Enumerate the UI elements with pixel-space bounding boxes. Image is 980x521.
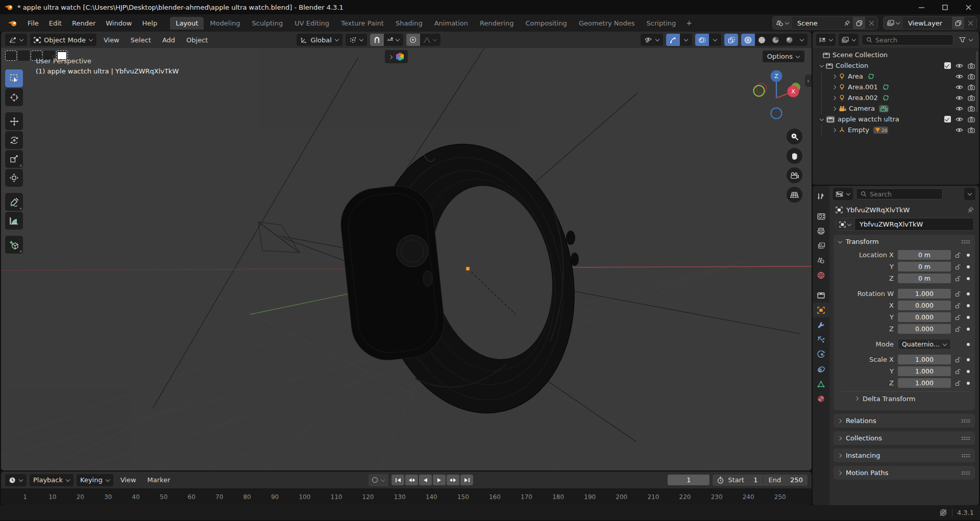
playback-dropdown[interactable]: Playback bbox=[30, 474, 74, 486]
rotate-tool[interactable] bbox=[5, 131, 23, 149]
tab-object-data[interactable] bbox=[813, 377, 829, 391]
view-layer-browse-button[interactable] bbox=[884, 17, 903, 29]
location-x-field[interactable]: 0 m bbox=[898, 250, 951, 260]
disable-render-toggle[interactable] bbox=[965, 84, 977, 90]
hide-viewport-toggle[interactable] bbox=[953, 106, 965, 112]
frame-tick[interactable]: 90 bbox=[271, 493, 279, 501]
hide-viewport-toggle[interactable] bbox=[953, 73, 965, 80]
show-gizmo-toggle[interactable] bbox=[666, 34, 680, 46]
animate-dot[interactable] bbox=[964, 277, 972, 280]
measure-tool[interactable] bbox=[5, 212, 23, 230]
object-name-input[interactable]: YbfvuZWRqXlvTkW bbox=[855, 220, 927, 228]
properties-search-input[interactable] bbox=[870, 190, 938, 198]
frame-tick[interactable]: 1 bbox=[21, 493, 29, 501]
move-tool[interactable] bbox=[5, 112, 23, 130]
frame-tick[interactable]: 80 bbox=[243, 493, 251, 501]
drag-grip-icon[interactable] bbox=[961, 436, 970, 440]
expand-icon[interactable] bbox=[832, 107, 837, 111]
animate-dot[interactable] bbox=[964, 316, 972, 319]
properties-search[interactable] bbox=[856, 188, 943, 200]
select-mode-subtract[interactable] bbox=[31, 51, 42, 61]
breadcrumb-object-name[interactable]: YbfvuZWRqXlvTkW bbox=[846, 206, 910, 214]
lock-icon[interactable] bbox=[951, 314, 964, 320]
scale-z-field[interactable]: 1.000 bbox=[898, 378, 951, 388]
toggle-ortho-button[interactable] bbox=[787, 187, 802, 203]
disable-render-toggle[interactable] bbox=[965, 116, 977, 122]
outliner-scrollbar[interactable] bbox=[976, 51, 978, 112]
outliner-row-empty[interactable]: Empty 26 bbox=[813, 125, 979, 135]
animate-dot[interactable] bbox=[964, 343, 972, 346]
tab-world[interactable] bbox=[813, 268, 829, 283]
collections-panel[interactable]: Collections bbox=[834, 431, 975, 445]
select-box-tool[interactable] bbox=[5, 69, 23, 87]
location-z-field[interactable]: 0 m bbox=[898, 274, 951, 283]
shading-rendered-button[interactable] bbox=[782, 34, 796, 46]
hide-viewport-toggle[interactable] bbox=[953, 127, 965, 133]
delta-transform-subpanel[interactable]: Delta Transform bbox=[842, 391, 969, 405]
timeline-ruler[interactable]: 1102030405060708090100110120130140150160… bbox=[1, 488, 812, 505]
frame-tick[interactable]: 100 bbox=[299, 493, 310, 501]
frame-tick[interactable]: 140 bbox=[426, 493, 437, 501]
transform-tool[interactable] bbox=[5, 169, 23, 187]
instance-collection-icon[interactable]: 26 bbox=[873, 127, 888, 134]
animate-dot[interactable] bbox=[964, 370, 972, 373]
workspace-tab-texture-paint[interactable]: Texture Paint bbox=[335, 17, 389, 30]
jump-to-end-button[interactable] bbox=[460, 475, 473, 485]
workspace-tab-geometry-nodes[interactable]: Geometry Nodes bbox=[573, 17, 641, 30]
outliner-editor-type-button[interactable] bbox=[816, 34, 836, 46]
expand-icon[interactable] bbox=[832, 85, 837, 89]
frame-tick[interactable]: 170 bbox=[521, 493, 532, 501]
tab-collection[interactable] bbox=[813, 288, 829, 303]
workspace-tab-scripting[interactable]: Scripting bbox=[641, 17, 682, 30]
properties-editor-type-button[interactable] bbox=[833, 188, 853, 200]
lock-icon[interactable] bbox=[951, 264, 964, 270]
scale-x-field[interactable]: 1.000 bbox=[898, 355, 951, 364]
drag-grip-icon[interactable] bbox=[961, 471, 970, 475]
end-frame-field[interactable]: 250 bbox=[790, 476, 803, 484]
outliner-row-camera[interactable]: Camera bbox=[813, 103, 979, 114]
expand-icon[interactable] bbox=[832, 128, 837, 132]
frame-tick[interactable]: 200 bbox=[616, 493, 627, 501]
tab-view-layer[interactable] bbox=[813, 238, 829, 253]
expand-collection-icon[interactable] bbox=[820, 64, 824, 68]
tab-object[interactable] bbox=[813, 303, 829, 317]
lock-icon[interactable] bbox=[951, 252, 964, 258]
workspace-tab-shading[interactable]: Shading bbox=[390, 17, 428, 30]
outliner-row-apple-watch-collection[interactable]: apple wactch ultra bbox=[813, 114, 979, 125]
tab-modifiers[interactable] bbox=[813, 317, 829, 332]
frame-tick[interactable]: 20 bbox=[77, 493, 84, 501]
lock-icon[interactable] bbox=[951, 380, 964, 386]
close-button[interactable] bbox=[957, 0, 980, 14]
maximize-button[interactable] bbox=[933, 0, 957, 14]
motion-paths-panel[interactable]: Motion Paths bbox=[834, 466, 975, 480]
hide-viewport-toggle[interactable] bbox=[953, 95, 965, 101]
workspace-tab-animation[interactable]: Animation bbox=[429, 17, 474, 30]
viewport-canvas[interactable]: Options ‹ User Perspective (1) apple wac… bbox=[1, 48, 812, 470]
frame-tick[interactable]: 10 bbox=[48, 493, 56, 501]
add-cube-tool[interactable] bbox=[5, 236, 23, 254]
frame-tick[interactable]: 250 bbox=[774, 493, 786, 501]
drag-grip-icon[interactable] bbox=[961, 240, 970, 244]
overlay-settings-dropdown[interactable] bbox=[709, 34, 721, 46]
disable-render-toggle[interactable] bbox=[965, 106, 977, 112]
workspace-tab-sculpting[interactable]: Sculpting bbox=[246, 17, 288, 30]
animate-dot[interactable] bbox=[964, 328, 972, 331]
cursor-tool[interactable] bbox=[5, 88, 23, 106]
shading-settings-dropdown[interactable] bbox=[796, 34, 807, 46]
falloff-dropdown[interactable] bbox=[420, 34, 440, 46]
show-object-types-dropdown[interactable] bbox=[641, 34, 663, 46]
select-mode-extend[interactable] bbox=[18, 51, 30, 61]
collection-checkbox[interactable] bbox=[942, 62, 953, 69]
animate-dot[interactable] bbox=[964, 358, 972, 361]
object-browse-button[interactable] bbox=[836, 218, 855, 230]
show-overlays-toggle[interactable] bbox=[695, 34, 709, 46]
scale-y-field[interactable]: 1.000 bbox=[898, 366, 951, 376]
tab-material[interactable] bbox=[813, 391, 829, 406]
outliner-row-area-002[interactable]: Area.002 bbox=[813, 92, 979, 103]
frame-tick[interactable]: 150 bbox=[457, 493, 469, 501]
frame-tick[interactable]: 40 bbox=[132, 493, 140, 501]
keying-dropdown[interactable]: Keying bbox=[77, 474, 113, 486]
location-y-field[interactable]: 0 m bbox=[898, 262, 951, 271]
timeline-menu-view[interactable]: View bbox=[116, 476, 140, 484]
scene-browse-button[interactable] bbox=[773, 17, 792, 29]
